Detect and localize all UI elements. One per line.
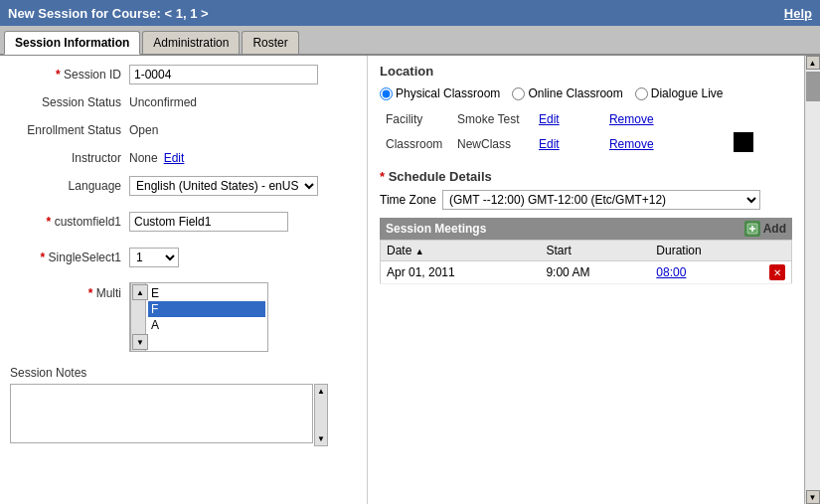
add-icon [744,221,760,237]
session-meetings-section: Session Meetings Add [380,218,792,284]
language-row: Language English (United States) - enUS [10,175,357,197]
dialogue-live-option[interactable]: Dialogue Live [635,86,724,100]
online-classroom-option[interactable]: Online Classroom [512,86,622,100]
timezone-label: Time Zone [380,193,436,207]
title-bar: New Session for Course: < 1, 1 > Help [0,0,820,26]
dialogue-live-radio[interactable] [635,87,648,100]
multi-option-F[interactable]: F [148,301,265,317]
facility-type-label: Facility [382,110,451,128]
session-id-input[interactable] [129,65,318,84]
schedule-title: * Schedule Details [380,169,792,184]
session-id-row: * Session ID [10,64,357,85]
required-star: * [56,68,61,82]
facility-table: Facility Smoke Test Edit Remove Classroo… [380,108,792,159]
scrollbar-track[interactable] [806,70,820,490]
instructor-value: None [129,151,158,165]
singleselect1-select[interactable]: 1 2 3 [129,248,179,267]
multi-option-E[interactable]: E [148,285,265,301]
notes-scrollbar: ▲ ▼ [314,384,328,446]
classroom-row: Classroom NewClass Edit Remove [382,130,790,157]
customfield1-input[interactable] [129,212,288,232]
language-label: Language [10,179,129,193]
facility-edit-link[interactable]: Edit [539,112,560,126]
customfield1-row: * customfield1 [10,211,357,233]
notes-scroll-up[interactable]: ▲ [317,385,325,396]
multi-label: * Multi [10,282,129,300]
singleselect1-row: * SingleSelect1 1 2 3 [10,247,357,268]
scrollbar-thumb[interactable] [806,72,820,101]
scrollbar-down[interactable]: ▼ [806,490,820,504]
facility-remove-link[interactable]: Remove [609,112,654,126]
meeting-duration-link[interactable]: 08:00 [656,265,686,279]
delete-meeting-button[interactable]: ✕ [769,264,785,280]
online-classroom-radio[interactable] [512,87,525,100]
meeting-date: Apr 01, 2011 [381,261,541,284]
enrollment-status-row: Enrollment Status Open [10,119,357,141]
session-notes-textarea[interactable] [10,384,313,443]
session-notes-section: Session Notes ▲ ▼ [10,366,357,446]
classroom-remove-link[interactable]: Remove [609,137,654,151]
physical-classroom-option[interactable]: Physical Classroom [380,86,500,100]
date-column-header: Date ▲ [381,241,541,261]
instructor-row: Instructor None Edit [10,147,357,169]
tab-roster[interactable]: Roster [242,31,298,54]
notes-scroll-down[interactable]: ▼ [317,434,325,445]
page-title: New Session for Course: < 1, 1 > [8,6,209,21]
start-column-header: Start [540,241,650,261]
session-id-label: * Session ID [10,68,129,82]
meeting-start: 9:00 AM [540,261,650,284]
instructor-label: Instructor [10,151,129,165]
multi-select-list[interactable]: E F A [146,283,267,351]
location-title: Location [380,64,792,79]
session-meetings-header: Session Meetings Add [380,218,792,240]
actions-column-header [763,241,792,261]
calendar-add-icon [746,223,758,235]
main-scrollbar: ▲ ▼ [804,56,820,504]
facility-name: Smoke Test [453,110,533,128]
classroom-name: NewClass [453,130,533,157]
classroom-type-label: Classroom [382,130,451,157]
left-panel: * Session ID Session Status Unconfirmed … [0,56,368,504]
schedule-section: * Schedule Details Time Zone (GMT --12:0… [380,169,792,284]
classroom-color-swatch [734,132,753,152]
tab-session-information[interactable]: Session Information [4,31,140,55]
main-content: * Session ID Session Status Unconfirmed … [0,56,820,504]
session-status-row: Session Status Unconfirmed [10,91,357,113]
enrollment-status-label: Enrollment Status [10,123,129,137]
physical-classroom-radio[interactable] [380,87,393,100]
timezone-select[interactable]: (GMT --12:00) GMT-12:00 (Etc/GMT+12) [442,190,760,210]
timezone-row: Time Zone (GMT --12:00) GMT-12:00 (Etc/G… [380,190,792,210]
help-link[interactable]: Help [784,6,812,21]
tab-bar: Session Information Administration Roste… [0,26,820,56]
meeting-row: Apr 01, 2011 9:00 AM 08:00 ✕ [381,261,792,284]
add-meeting-button[interactable]: Add [744,221,786,237]
instructor-edit-link[interactable]: Edit [164,151,185,165]
multi-row: * Multi ▲ ▼ E F A [10,282,357,352]
right-panel: Location Physical Classroom Online Class… [368,56,804,504]
customfield1-label: * customfield1 [10,215,129,229]
multi-select-container[interactable]: ▲ ▼ E F A [129,282,268,352]
scrollbar-up[interactable]: ▲ [806,56,820,70]
singleselect1-label: * SingleSelect1 [10,251,129,264]
multi-option-A[interactable]: A [148,317,265,333]
enrollment-status-value: Open [129,123,158,137]
facility-row: Facility Smoke Test Edit Remove [382,110,790,128]
language-select[interactable]: English (United States) - enUS [129,176,318,196]
meetings-table: Date ▲ Start Duration Apr 01, 2011 9:00 … [380,240,792,284]
duration-column-header: Duration [650,241,763,261]
session-status-label: Session Status [10,95,129,109]
classroom-edit-link[interactable]: Edit [539,137,560,151]
location-radio-group: Physical Classroom Online Classroom Dial… [380,86,792,100]
session-status-value: Unconfirmed [129,95,197,109]
session-notes-label: Session Notes [10,366,357,380]
tab-administration[interactable]: Administration [142,31,240,54]
date-sort-arrow[interactable]: ▲ [415,247,424,256]
